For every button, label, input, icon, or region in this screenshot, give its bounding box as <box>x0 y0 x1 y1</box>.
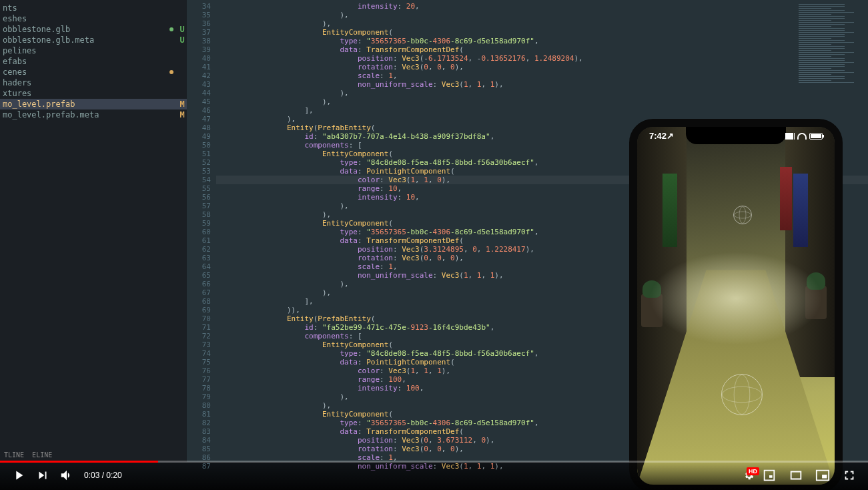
line-number: 75 <box>187 358 216 366</box>
code-line[interactable]: rotation: Vec3(0, 0, 0), <box>216 63 868 71</box>
wiresphere-icon <box>733 206 752 224</box>
phone-screen <box>637 127 835 485</box>
line-number: 39 <box>187 45 216 54</box>
code-line[interactable]: ), <box>216 97 868 106</box>
line-number: 55 <box>187 184 216 193</box>
line-number: 42 <box>187 71 216 80</box>
code-line[interactable]: scale: 1, <box>216 71 868 80</box>
progress-fill <box>0 461 158 463</box>
code-line[interactable]: ), <box>216 19 868 28</box>
line-number: 82 <box>187 419 216 427</box>
line-number: 41 <box>187 63 216 71</box>
file-tree-label: eshes <box>3 14 177 23</box>
file-tree-item[interactable]: nts <box>0 3 187 13</box>
file-tree-label: efabs <box>3 57 177 66</box>
line-number: 59 <box>187 219 216 228</box>
line-number: 40 <box>187 54 216 63</box>
file-tree-item[interactable]: obblestone.glbU <box>0 24 187 35</box>
bottom-tab-2[interactable]: ELINE <box>28 448 56 462</box>
line-number: 74 <box>187 349 216 358</box>
code-line[interactable]: type: "35657365-bb0c-4306-8c69-d5e158ad9… <box>216 37 868 45</box>
line-number: 76 <box>187 366 216 375</box>
line-number: 83 <box>187 427 216 436</box>
battery-icon <box>809 133 823 140</box>
file-explorer-sidebar: ntseshesobblestone.glbUobblestone.glb.me… <box>0 0 187 462</box>
code-line[interactable]: ], <box>216 106 868 115</box>
screenshot-scene: ntseshesobblestone.glbUobblestone.glb.me… <box>0 0 868 490</box>
line-number: 66 <box>187 280 216 288</box>
line-number: 51 <box>187 150 216 158</box>
code-line[interactable]: EntityComponent( <box>216 28 868 37</box>
line-number: 54 <box>187 176 216 184</box>
miniplayer-button[interactable] <box>757 463 781 487</box>
file-tree-item[interactable]: cenes <box>0 67 187 77</box>
line-number: 81 <box>187 410 216 419</box>
line-number: 62 <box>187 245 216 254</box>
settings-button[interactable]: HD <box>731 463 755 487</box>
file-tree-item[interactable]: mo_level.prefab.metaM <box>0 109 187 120</box>
line-number: 77 <box>187 375 216 384</box>
play-button[interactable] <box>7 463 31 487</box>
file-tree-label: nts <box>3 3 177 13</box>
vcs-badge: U <box>177 25 187 34</box>
wiresphere-icon <box>721 374 763 415</box>
vcs-badge: M <box>177 99 187 109</box>
line-number: 56 <box>187 193 216 202</box>
next-button[interactable] <box>31 463 55 487</box>
file-tree-item[interactable]: haders <box>0 77 187 88</box>
code-line[interactable]: intensity: 20, <box>216 2 868 11</box>
fullscreen-button[interactable] <box>837 463 861 487</box>
progress-bar[interactable] <box>0 461 868 463</box>
bottom-tab-1[interactable]: TLINE <box>0 448 28 462</box>
theater-button[interactable] <box>784 463 808 487</box>
line-number: 71 <box>187 323 216 332</box>
line-number: 34 <box>187 2 216 11</box>
line-number: 61 <box>187 236 216 245</box>
vcs-badge: M <box>177 110 187 119</box>
wifi-icon <box>797 133 807 140</box>
line-number: 48 <box>187 124 216 132</box>
phone-device: 7:42↗ <box>629 119 843 490</box>
file-tree-item[interactable]: pelines <box>0 45 187 56</box>
line-number: 45 <box>187 97 216 106</box>
file-tree-label: mo_level.prefab <box>3 99 177 109</box>
phone-time: 7:42 <box>649 131 667 141</box>
line-number: 64 <box>187 262 216 271</box>
file-tree-item[interactable]: eshes <box>0 13 187 24</box>
line-number: 78 <box>187 384 216 393</box>
line-number: 37 <box>187 28 216 37</box>
code-line[interactable]: ), <box>216 11 868 19</box>
file-tree-item[interactable]: obblestone.glb.metaU <box>0 35 187 45</box>
pip-button[interactable] <box>811 463 835 487</box>
code-line[interactable]: ), <box>216 89 868 97</box>
file-tree-item[interactable]: xtures <box>0 88 187 99</box>
file-tree-item[interactable]: efabs <box>0 56 187 67</box>
line-number: 47 <box>187 115 216 124</box>
hd-badge: HD <box>747 467 759 475</box>
line-number: 73 <box>187 340 216 349</box>
code-line[interactable]: position: Vec3(-6.1713524, -0.13652176, … <box>216 54 868 63</box>
line-number-gutter: 3435363738394041424344454647484950515253… <box>187 0 216 462</box>
code-line[interactable]: non_uniform_scale: Vec3(1, 1, 1), <box>216 80 868 89</box>
timecode: 0:03 / 0:20 <box>84 471 122 480</box>
line-number: 50 <box>187 141 216 150</box>
line-number: 46 <box>187 106 216 115</box>
line-number: 43 <box>187 80 216 89</box>
status-dot-icon <box>169 70 173 74</box>
file-tree-item[interactable]: mo_level.prefabM <box>0 99 187 109</box>
volume-button[interactable] <box>55 463 79 487</box>
file-tree-label: haders <box>3 78 177 87</box>
line-number: 36 <box>187 19 216 28</box>
line-number: 44 <box>187 89 216 97</box>
line-number: 72 <box>187 332 216 340</box>
vcs-badge: U <box>177 35 187 45</box>
line-number: 84 <box>187 436 216 445</box>
file-tree-label: obblestone.glb.meta <box>3 35 177 45</box>
line-number: 65 <box>187 271 216 280</box>
location-icon: ↗ <box>667 131 674 141</box>
line-number: 70 <box>187 314 216 323</box>
file-tree-label: mo_level.prefab.meta <box>3 110 177 119</box>
code-line[interactable]: data: TransformComponentDef( <box>216 45 868 54</box>
signal-icon <box>785 133 795 140</box>
file-tree-label: pelines <box>3 46 177 55</box>
